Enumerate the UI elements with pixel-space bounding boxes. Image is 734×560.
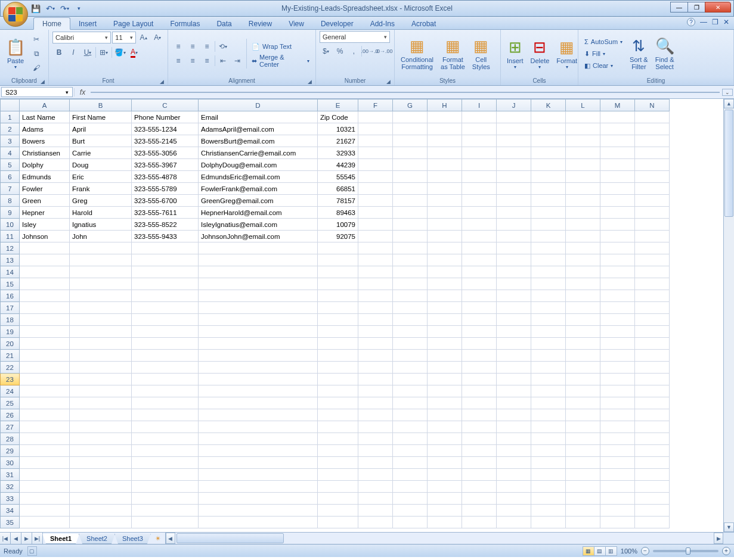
col-header-J[interactable]: J (497, 99, 531, 111)
row-header-25[interactable]: 25 (1, 397, 20, 409)
cell-I35[interactable] (462, 517, 497, 528)
cell-K16[interactable] (531, 290, 566, 302)
cell-H29[interactable] (428, 445, 462, 457)
underline-button[interactable]: U▾ (81, 46, 94, 59)
cell-L17[interactable] (566, 302, 600, 314)
cell-L23[interactable] (566, 374, 600, 385)
cell-H8[interactable] (428, 195, 462, 207)
cell-B23[interactable] (70, 374, 132, 385)
cell-M22[interactable] (600, 362, 635, 374)
name-box[interactable]: S23▾ (1, 87, 73, 97)
row-header-9[interactable]: 9 (1, 207, 20, 219)
cell-E5[interactable]: 44239 (318, 159, 358, 171)
cell-A16[interactable] (20, 290, 70, 302)
cell-E24[interactable] (318, 385, 358, 397)
cell-K35[interactable] (531, 517, 566, 528)
cell-A7[interactable]: Fowler (20, 183, 70, 195)
cell-C18[interactable] (132, 314, 199, 326)
cell-N24[interactable] (635, 385, 670, 397)
zoom-out-button[interactable]: − (641, 547, 649, 555)
cell-N27[interactable] (635, 421, 670, 433)
cell-J11[interactable] (497, 231, 531, 242)
cell-L34[interactable] (566, 505, 600, 517)
cell-I17[interactable] (462, 302, 497, 314)
cell-I34[interactable] (462, 505, 497, 517)
cell-K18[interactable] (531, 314, 566, 326)
cell-K4[interactable] (531, 147, 566, 159)
cell-H21[interactable] (428, 350, 462, 362)
cell-N32[interactable] (635, 481, 670, 493)
cell-K6[interactable] (531, 171, 566, 183)
cell-A18[interactable] (20, 314, 70, 326)
cell-G21[interactable] (393, 350, 428, 362)
cell-H20[interactable] (428, 338, 462, 350)
cell-H6[interactable] (428, 171, 462, 183)
cell-F4[interactable] (358, 147, 393, 159)
cell-L28[interactable] (566, 433, 600, 445)
cell-D15[interactable] (199, 278, 318, 290)
cell-K25[interactable] (531, 397, 566, 409)
cell-N15[interactable] (635, 278, 670, 290)
clear-button[interactable]: ◧Clear▾ (582, 60, 625, 71)
cell-L14[interactable] (566, 266, 600, 278)
cell-A34[interactable] (20, 505, 70, 517)
cell-J3[interactable] (497, 135, 531, 147)
tab-review[interactable]: Review (240, 18, 280, 29)
cell-E7[interactable]: 66851 (318, 183, 358, 195)
cell-J6[interactable] (497, 171, 531, 183)
cell-F16[interactable] (358, 290, 393, 302)
cell-J26[interactable] (497, 409, 531, 421)
cell-M26[interactable] (600, 409, 635, 421)
format-cells-button[interactable]: ▦Format▾ (554, 33, 580, 74)
cell-I32[interactable] (462, 481, 497, 493)
cell-K32[interactable] (531, 481, 566, 493)
cell-E1[interactable]: Zip Code (318, 111, 358, 123)
number-launcher[interactable]: ◢ (386, 79, 391, 85)
hscroll-thumb[interactable] (176, 533, 284, 543)
cell-A9[interactable]: Hepner (20, 207, 70, 219)
cell-H23[interactable] (428, 374, 462, 385)
cell-D17[interactable] (199, 302, 318, 314)
cell-E25[interactable] (318, 397, 358, 409)
row-header-6[interactable]: 6 (1, 171, 20, 183)
row-header-5[interactable]: 5 (1, 159, 20, 171)
cell-E13[interactable] (318, 254, 358, 266)
cell-A28[interactable] (20, 433, 70, 445)
cell-G5[interactable] (393, 159, 428, 171)
col-header-C[interactable]: C (132, 99, 199, 111)
col-header-L[interactable]: L (566, 99, 600, 111)
cell-N33[interactable] (635, 493, 670, 505)
cell-N7[interactable] (635, 183, 670, 195)
cell-E34[interactable] (318, 505, 358, 517)
format-as-table-button[interactable]: ▦Format as Table (438, 33, 467, 74)
cell-F33[interactable] (358, 493, 393, 505)
cell-H15[interactable] (428, 278, 462, 290)
cell-L13[interactable] (566, 254, 600, 266)
cell-D8[interactable]: GreenGreg@email.com (199, 195, 318, 207)
cell-B20[interactable] (70, 338, 132, 350)
cell-J30[interactable] (497, 457, 531, 469)
row-header-12[interactable]: 12 (1, 242, 20, 254)
cell-B24[interactable] (70, 385, 132, 397)
cell-K28[interactable] (531, 433, 566, 445)
cell-G34[interactable] (393, 505, 428, 517)
cell-L26[interactable] (566, 409, 600, 421)
cell-C12[interactable] (132, 242, 199, 254)
cell-A6[interactable]: Edmunds (20, 171, 70, 183)
row-header-21[interactable]: 21 (1, 350, 20, 362)
cell-C28[interactable] (132, 433, 199, 445)
cell-H19[interactable] (428, 326, 462, 338)
cell-M16[interactable] (600, 290, 635, 302)
row-header-23[interactable]: 23 (1, 374, 20, 385)
cell-M1[interactable] (600, 111, 635, 123)
cell-C35[interactable] (132, 517, 199, 528)
cell-I33[interactable] (462, 493, 497, 505)
cell-D14[interactable] (199, 266, 318, 278)
cell-G18[interactable] (393, 314, 428, 326)
row-header-13[interactable]: 13 (1, 254, 20, 266)
cell-E3[interactable]: 21627 (318, 135, 358, 147)
cell-K34[interactable] (531, 505, 566, 517)
cell-F19[interactable] (358, 326, 393, 338)
incr-indent-button[interactable]: ⇥ (231, 54, 244, 67)
cell-K12[interactable] (531, 242, 566, 254)
